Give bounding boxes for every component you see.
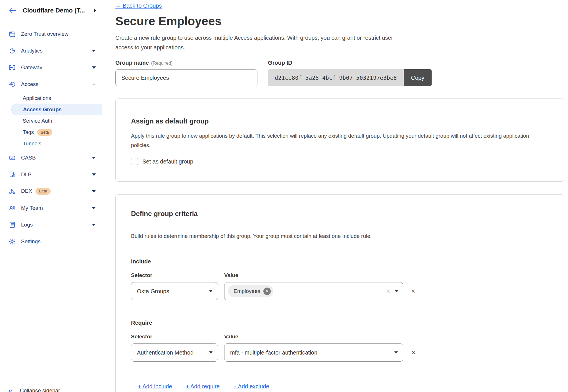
sidebar-item-access-groups[interactable]: Access Groups	[11, 104, 102, 115]
collapse-icon: «	[9, 387, 13, 392]
beta-badge: Beta	[37, 129, 52, 136]
sidebar-item-label: Tunnels	[23, 141, 41, 147]
chevron-down-icon[interactable]	[92, 190, 96, 192]
page-description: Create a new rule group to use across mu…	[115, 33, 395, 52]
dlp-icon	[9, 171, 16, 178]
sidebar-item-label: DEX	[21, 188, 32, 194]
sidebar-item-label: Access	[21, 81, 38, 87]
back-to-groups-link[interactable]: ← Back to Groups	[115, 2, 162, 9]
include-value-multiselect[interactable]: Employees ✕ ✕	[224, 282, 403, 300]
sidebar-item-label: My Team	[21, 205, 43, 211]
group-name-label: Group name	[115, 60, 149, 66]
expand-arrow-icon[interactable]	[94, 9, 96, 12]
sidebar: Cloudflare Demo (T... Zero Trust overvie…	[0, 0, 102, 392]
checkbox-label: Set as default group	[142, 158, 193, 165]
include-selector-dropdown[interactable]: Okta Groups	[131, 282, 218, 300]
sidebar-item-label: Service Auth	[23, 118, 52, 124]
sidebar-item-settings[interactable]: Settings	[0, 233, 102, 250]
value-label: Value	[224, 272, 238, 279]
require-column-labels: Selector Value	[131, 333, 549, 340]
sidebar-item-tunnels[interactable]: Tunnels	[0, 138, 102, 149]
sidebar-item-logs[interactable]: Logs	[0, 216, 102, 233]
sidebar-item-label: CASB	[21, 155, 36, 161]
include-column-labels: Selector Value	[131, 272, 549, 279]
group-id-label: Group ID	[268, 60, 292, 66]
assign-default-group-card: Assign as default group Apply this rule …	[115, 98, 564, 182]
sidebar-item-label: Analytics	[21, 48, 43, 54]
selector-label: Selector	[131, 272, 224, 279]
chevron-down-icon[interactable]	[92, 66, 96, 69]
sidebar-item-label: Settings	[21, 238, 41, 245]
require-value-dropdown[interactable]: mfa - multiple-factor authentication	[224, 343, 403, 362]
sidebar-item-zero-trust-overview[interactable]: Zero Trust overview	[0, 26, 102, 42]
card-description: Build rules to determine membership of t…	[131, 233, 546, 240]
selected-option: Authentication Method	[137, 349, 206, 356]
sidebar-item-applications[interactable]: Applications	[0, 93, 102, 104]
define-group-criteria-card: Define group criteria Build rules to det…	[115, 194, 564, 392]
set-default-checkbox[interactable]	[131, 158, 138, 165]
include-rule-row: Okta Groups Employees ✕ ✕ ✕	[131, 282, 549, 300]
chevron-down-icon[interactable]	[92, 157, 96, 159]
require-selector-dropdown[interactable]: Authentication Method	[131, 343, 218, 362]
card-title: Assign as default group	[131, 117, 549, 125]
sidebar-item-dlp[interactable]: DLP	[0, 166, 102, 183]
value-tag-label: Employees	[234, 288, 260, 294]
sidebar-item-label: Zero Trust overview	[21, 31, 68, 37]
access-submenu: Applications Access Groups Service Auth …	[0, 93, 102, 149]
group-id-value: d21ce80f-5a25-4bcf-9b07-5032197e3be8	[268, 69, 404, 86]
set-default-group-row[interactable]: Set as default group	[131, 158, 193, 165]
gear-icon	[9, 238, 16, 245]
back-arrow-icon[interactable]	[9, 7, 16, 14]
my-team-icon	[9, 204, 16, 212]
chevron-up-icon[interactable]	[92, 83, 96, 85]
chevron-down-icon	[209, 351, 213, 354]
sidebar-item-tags[interactable]: Tags Beta	[0, 127, 102, 138]
chevron-down-icon[interactable]	[92, 50, 96, 52]
sidebar-item-analytics[interactable]: Analytics	[0, 42, 102, 59]
require-rule-row: Authentication Method mfa - multiple-fac…	[131, 343, 549, 362]
add-include-link[interactable]: + Add include	[138, 383, 172, 390]
sidebar-item-label: Logs	[21, 222, 33, 228]
account-title: Cloudflare Demo (T...	[23, 7, 94, 14]
sidebar-item-label: Gateway	[21, 64, 42, 71]
selected-option: Okta Groups	[137, 288, 206, 295]
value-tag: Employees ✕	[228, 285, 273, 297]
include-heading: Include	[131, 258, 549, 265]
collapse-sidebar-button[interactable]: « Collapse sidebar	[0, 385, 102, 392]
dex-icon	[9, 188, 16, 195]
sidebar-header: Cloudflare Demo (T...	[0, 0, 102, 21]
clear-values-icon[interactable]: ✕	[386, 288, 390, 295]
selector-label: Selector	[131, 333, 224, 340]
copy-button[interactable]: Copy	[404, 69, 432, 86]
collapse-sidebar-label: Collapse sidebar	[20, 387, 60, 392]
sidebar-item-service-auth[interactable]: Service Auth	[0, 115, 102, 127]
value-label: Value	[224, 333, 238, 340]
sidebar-item-label: Applications	[23, 95, 51, 101]
sidebar-item-my-team[interactable]: My Team	[0, 200, 102, 216]
chevron-down-icon[interactable]	[92, 207, 96, 209]
add-require-link[interactable]: + Add require	[186, 383, 220, 390]
sidebar-item-gateway[interactable]: Gateway	[0, 59, 102, 76]
main-content: ← Back to Groups Secure Employees Create…	[103, 0, 568, 392]
chevron-down-icon[interactable]	[92, 173, 96, 176]
chevron-down-icon	[395, 290, 398, 292]
sidebar-item-label: DLP	[21, 171, 32, 178]
card-title: Define group criteria	[131, 209, 549, 218]
sidebar-item-dex[interactable]: DEX Beta	[0, 183, 102, 200]
remove-tag-icon[interactable]: ✕	[263, 288, 271, 295]
card-description: Apply this rule group to new application…	[131, 131, 546, 150]
remove-require-rule-icon[interactable]: ✕	[411, 349, 415, 356]
chevron-down-icon[interactable]	[92, 224, 96, 226]
overview-icon	[9, 30, 16, 38]
require-heading: Require	[131, 319, 549, 326]
remove-include-rule-icon[interactable]: ✕	[411, 288, 415, 294]
sidebar-item-casb[interactable]: CASB	[0, 149, 102, 166]
sidebar-item-label: Tags	[23, 129, 34, 135]
add-rule-links: + Add include + Add require + Add exclud…	[138, 383, 549, 390]
logs-icon	[9, 221, 16, 229]
add-exclude-link[interactable]: + Add exclude	[233, 383, 269, 390]
group-name-input[interactable]	[115, 69, 257, 86]
chevron-down-icon	[209, 290, 213, 292]
sidebar-item-access[interactable]: Access	[0, 76, 102, 93]
chevron-down-icon	[394, 351, 398, 354]
